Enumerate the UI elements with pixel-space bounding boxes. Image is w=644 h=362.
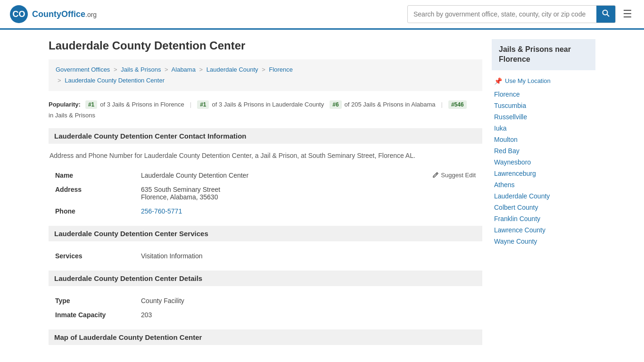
address-line2: Florence, Alabama, 35630: [141, 193, 476, 201]
details-table: Type County Facility Inmate Capacity 203: [49, 293, 482, 322]
sidebar-link-colbert[interactable]: Colbert County: [494, 204, 538, 211]
breadcrumb-lauderdale[interactable]: Lauderdale County: [206, 66, 258, 73]
rank4-badge: #546: [448, 100, 467, 109]
sidebar-link-lauderdale[interactable]: Lauderdale County: [494, 192, 550, 200]
list-item: Florence: [494, 90, 593, 98]
services-table: Services Visitation Information: [49, 248, 482, 263]
services-value: Visitation Information: [135, 249, 481, 263]
svg-point-2: [603, 10, 608, 15]
list-item: Colbert County: [494, 204, 593, 211]
list-item: Wayne County: [494, 238, 593, 245]
suggest-edit-button[interactable]: Suggest Edit: [432, 172, 476, 179]
details-section-header: Lauderdale County Detention Center Detai…: [49, 271, 482, 286]
list-item: Lauderdale County: [494, 192, 593, 200]
table-row: Services Visitation Information: [50, 249, 481, 263]
svg-text:CO: CO: [13, 9, 25, 19]
content-area: Lauderdale County Detention Center Gover…: [49, 39, 482, 352]
list-item: Russellville: [494, 113, 593, 121]
table-row: Name Lauderdale County Detention Center …: [50, 169, 481, 182]
use-location-label: Use My Location: [505, 77, 551, 84]
main-container: Lauderdale County Detention Center Gover…: [39, 30, 605, 362]
list-item: Moulton: [494, 136, 593, 143]
edit-icon: [432, 172, 439, 178]
services-section-header: Lauderdale County Detention Center Servi…: [49, 226, 482, 241]
rank3-text: of 205 Jails & Prisons in Alabama: [345, 101, 436, 108]
sidebar-link-waynesboro[interactable]: Waynesboro: [494, 158, 531, 166]
list-item: Franklin County: [494, 215, 593, 222]
rank2-badge: #1: [197, 100, 209, 109]
location-pin-icon: 📌: [494, 77, 502, 85]
sidebar-link-iuka[interactable]: Iuka: [494, 124, 506, 132]
list-item: Tuscumbia: [494, 102, 593, 109]
list-item: Lawrenceburg: [494, 170, 593, 177]
phone-label: Phone: [50, 205, 134, 218]
sidebar-link-florence[interactable]: Florence: [494, 90, 520, 98]
nearby-links-list: Florence Tuscumbia Russellville Iuka Mou…: [492, 90, 595, 245]
table-row: Phone 256-760-5771: [50, 205, 481, 218]
header-right: ☰: [407, 5, 635, 23]
table-row: Inmate Capacity 203: [50, 308, 481, 321]
name-row: Lauderdale County Detention Center Sugge…: [141, 172, 476, 179]
sidebar-link-moulton[interactable]: Moulton: [494, 136, 518, 143]
type-label: Type: [50, 294, 134, 307]
sidebar-link-wayne[interactable]: Wayne County: [494, 238, 537, 245]
list-item: Athens: [494, 181, 593, 189]
sidebar-link-redbay[interactable]: Red Bay: [494, 147, 520, 155]
name-value: Lauderdale County Detention Center: [141, 172, 248, 179]
table-row: Address 635 South Seminary Street Floren…: [50, 183, 481, 204]
search-input[interactable]: [408, 7, 596, 22]
hamburger-menu-icon[interactable]: ☰: [620, 6, 635, 23]
rank3-badge: #6: [330, 100, 341, 109]
page-title: Lauderdale County Detention Center: [49, 39, 482, 52]
sidebar-link-tuscumbia[interactable]: Tuscumbia: [494, 102, 526, 109]
table-row: Type County Facility: [50, 294, 481, 307]
sidebar-title: Jails & Prisons near Florence: [492, 39, 595, 70]
popularity-bar: Popularity: #1 of 3 Jails & Prisons in F…: [49, 100, 482, 119]
breadcrumb-florence[interactable]: Florence: [269, 66, 293, 73]
rank1-text: of 3 Jails & Prisons in Florence: [100, 101, 184, 108]
breadcrumb-gov-offices[interactable]: Government Offices: [56, 66, 110, 73]
contact-table: Name Lauderdale County Detention Center …: [49, 168, 482, 219]
sidebar-link-athens[interactable]: Athens: [494, 181, 515, 189]
suggest-edit-label: Suggest Edit: [441, 172, 476, 179]
list-item: Lawrence County: [494, 226, 593, 234]
sidebar-link-lawrence[interactable]: Lawrence County: [494, 226, 545, 234]
site-header: CO CountyOffice.org ☰: [0, 0, 644, 30]
capacity-label: Inmate Capacity: [50, 308, 134, 321]
address-label: Address: [50, 183, 134, 204]
breadcrumb-jails[interactable]: Jails & Prisons: [121, 66, 161, 73]
logo-icon: CO: [9, 5, 28, 24]
services-label: Services: [50, 249, 134, 263]
breadcrumb-current[interactable]: Lauderdale County Detention Center: [65, 77, 165, 84]
phone-link[interactable]: 256-760-5771: [141, 207, 182, 215]
svg-line-3: [607, 15, 610, 17]
list-item: Waynesboro: [494, 158, 593, 166]
use-my-location-link[interactable]: 📌 Use My Location: [492, 77, 595, 85]
rank2-text: of 3 Jails & Prisons in Lauderdale Count…: [212, 101, 324, 108]
sidebar-link-franklin[interactable]: Franklin County: [494, 215, 540, 222]
map-section-header: Map of Lauderdale County Detention Cente…: [49, 329, 482, 345]
search-bar: [407, 5, 616, 23]
sidebar: Jails & Prisons near Florence 📌 Use My L…: [492, 39, 595, 352]
breadcrumb-alabama[interactable]: Alabama: [172, 66, 196, 73]
capacity-value: 203: [135, 308, 481, 321]
address-line1: 635 South Seminary Street: [141, 186, 476, 193]
breadcrumb: Government Offices > Jails & Prisons > A…: [49, 59, 482, 91]
sidebar-link-lawrenceburg[interactable]: Lawrenceburg: [494, 170, 536, 177]
logo-area: CO CountyOffice.org: [9, 5, 97, 24]
list-item: Red Bay: [494, 147, 593, 155]
popularity-label: Popularity:: [49, 101, 81, 108]
contact-section-header: Lauderdale County Detention Center Conta…: [49, 128, 482, 144]
sidebar-link-russellville[interactable]: Russellville: [494, 113, 527, 121]
type-value: County Facility: [135, 294, 481, 307]
search-icon: [602, 9, 610, 17]
contact-description: Address and Phone Number for Lauderdale …: [49, 151, 482, 161]
list-item: Iuka: [494, 124, 593, 132]
rank4-text: in Jails & Prisons: [49, 112, 95, 119]
name-label: Name: [50, 169, 134, 182]
logo-text: CountyOffice.org: [32, 9, 97, 19]
rank1-badge: #1: [85, 100, 97, 109]
search-button[interactable]: [596, 6, 615, 23]
